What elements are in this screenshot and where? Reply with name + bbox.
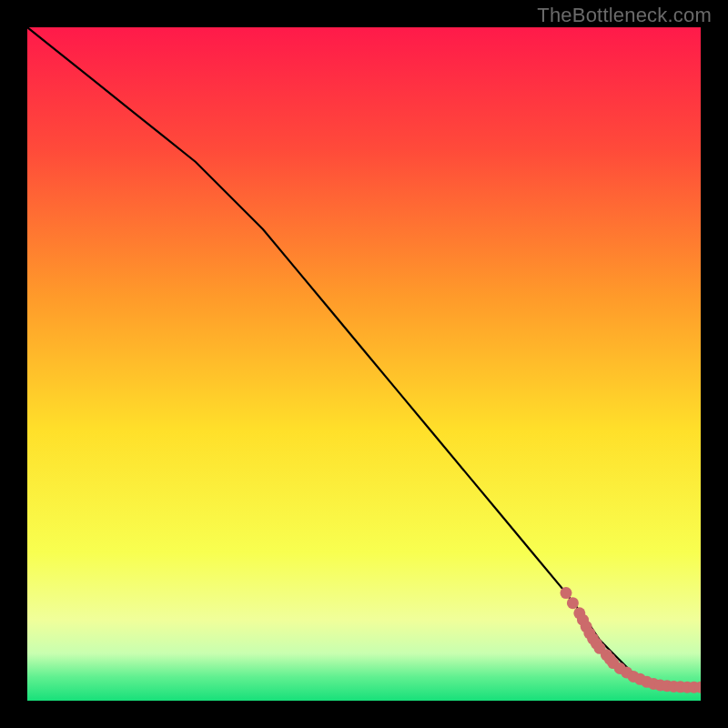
- plot-area: [27, 27, 701, 701]
- watermark-text: TheBottleneck.com: [537, 4, 712, 27]
- chart-svg: [27, 27, 701, 701]
- data-marker: [561, 587, 572, 599]
- gradient-background: [27, 27, 701, 701]
- chart-frame: TheBottleneck.com: [0, 0, 728, 728]
- data-marker: [567, 597, 579, 609]
